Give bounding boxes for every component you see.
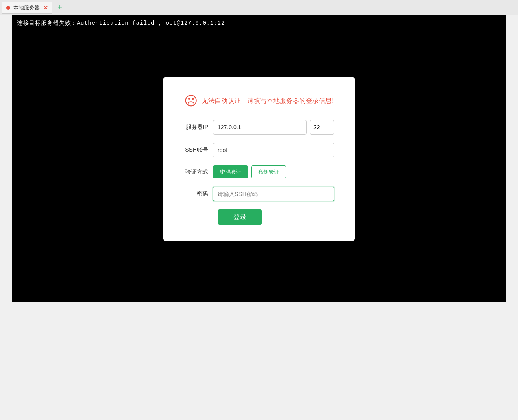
server-ip-row: 服务器IP (184, 120, 334, 135)
ssh-account-input[interactable] (213, 143, 334, 157)
auth-modal: ☹ 无法自动认证，请填写本地服务器的登录信息! 服务器IP SSH账号 验证方式… (163, 77, 355, 241)
password-input[interactable] (213, 187, 334, 201)
tab-label: 本地服务器 (13, 4, 40, 11)
terminal-area: 连接目标服务器失败：Authentication failed ,root@12… (12, 15, 506, 302)
tab-status-dot (6, 6, 10, 10)
tab-close-icon[interactable]: ✕ (43, 5, 48, 11)
key-auth-button[interactable]: 私钥验证 (251, 165, 286, 178)
add-tab-button[interactable]: + (54, 2, 65, 13)
ssh-account-row: SSH账号 (184, 143, 334, 157)
auth-method-label: 验证方式 (184, 168, 213, 176)
port-input[interactable] (310, 120, 334, 135)
add-icon: + (57, 3, 62, 12)
tab-bar: 本地服务器 ✕ + (0, 0, 518, 15)
modal-overlay: ☹ 无法自动认证，请填写本地服务器的登录信息! 服务器IP SSH账号 验证方式… (12, 15, 506, 302)
modal-title: 无法自动认证，请填写本地服务器的登录信息! (202, 97, 333, 105)
tab-local-server[interactable]: 本地服务器 ✕ (2, 2, 52, 14)
login-button[interactable]: 登录 (218, 209, 262, 225)
sad-face-icon: ☹ (184, 93, 198, 109)
server-ip-label: 服务器IP (184, 124, 213, 131)
password-label: 密码 (184, 190, 213, 198)
server-ip-input[interactable] (213, 120, 307, 135)
auth-buttons-group: 密码验证 私钥验证 (213, 165, 334, 178)
bottom-area (0, 302, 518, 420)
password-row: 密码 (184, 187, 334, 201)
auth-method-row: 验证方式 密码验证 私钥验证 (184, 165, 334, 178)
ssh-account-label: SSH账号 (184, 146, 213, 154)
modal-header: ☹ 无法自动认证，请填写本地服务器的登录信息! (184, 93, 334, 109)
password-auth-button[interactable]: 密码验证 (213, 165, 248, 178)
